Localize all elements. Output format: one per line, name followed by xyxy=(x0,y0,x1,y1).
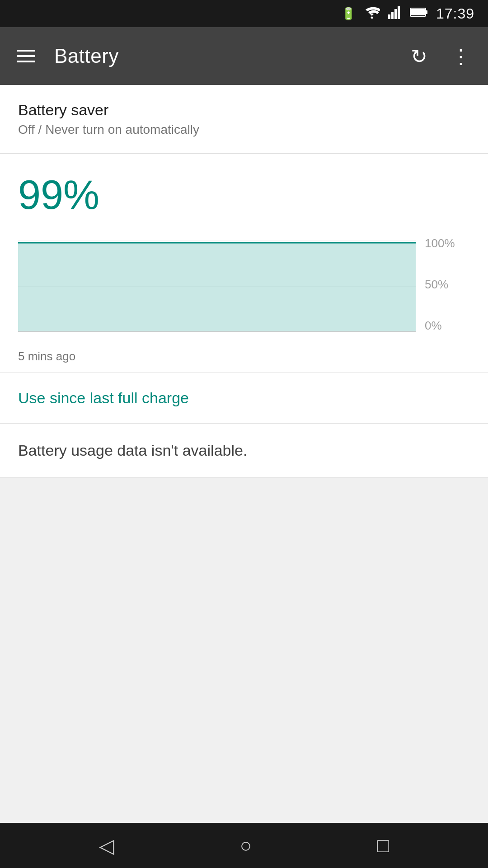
battery-level-section: 99% 5 mins ago xyxy=(0,154,488,373)
battery-chart-svg-wrapper: 5 mins ago xyxy=(18,227,416,373)
svg-rect-1 xyxy=(388,14,390,19)
wifi-icon xyxy=(364,6,380,22)
svg-rect-4 xyxy=(398,6,400,19)
chart-label-100: 100% xyxy=(425,236,470,250)
battery-saver-title: Battery saver xyxy=(18,101,470,119)
use-since-link[interactable]: Use since last full charge xyxy=(18,389,189,406)
nav-bar: ◁ ○ □ xyxy=(0,823,488,868)
back-button[interactable]: ◁ xyxy=(99,834,114,857)
battery-percentage: 99% xyxy=(18,172,470,218)
menu-button[interactable] xyxy=(13,45,40,67)
svg-rect-7 xyxy=(411,9,425,15)
battery-status-icon xyxy=(410,7,428,21)
recents-button[interactable]: □ xyxy=(377,834,389,857)
battery-usage-section: Battery usage data isn't available. xyxy=(0,424,488,478)
chart-label-50: 50% xyxy=(425,278,470,292)
svg-rect-6 xyxy=(426,10,427,14)
empty-area xyxy=(0,478,488,823)
svg-point-0 xyxy=(371,16,373,19)
page-title: Battery xyxy=(54,45,392,67)
battery-saver-item[interactable]: Battery saver Off / Never turn on automa… xyxy=(0,85,488,154)
svg-rect-3 xyxy=(394,9,397,19)
home-button[interactable]: ○ xyxy=(239,834,252,857)
toolbar: Battery ↻ ⋮ xyxy=(0,27,488,85)
chart-time-label: 5 mins ago xyxy=(18,349,416,373)
vibrate-icon: 🔋 xyxy=(341,7,356,21)
status-icons: 🔋 17:39 xyxy=(341,5,474,22)
svg-rect-2 xyxy=(391,12,394,19)
chart-y-labels: 100% 50% 0% xyxy=(416,227,470,333)
svg-marker-11 xyxy=(18,243,416,331)
signal-icon xyxy=(388,5,402,22)
battery-usage-message: Battery usage data isn't available. xyxy=(18,442,247,459)
battery-saver-subtitle: Off / Never turn on automatically xyxy=(18,123,470,137)
battery-chart-area: 5 mins ago 100% 50% 0% xyxy=(18,227,470,373)
battery-chart xyxy=(18,227,416,345)
status-bar: 🔋 17:39 xyxy=(0,0,488,27)
use-since-section[interactable]: Use since last full charge xyxy=(0,373,488,424)
refresh-button[interactable]: ↻ xyxy=(406,40,432,72)
status-time: 17:39 xyxy=(436,5,474,22)
chart-label-0: 0% xyxy=(425,319,470,333)
more-options-button[interactable]: ⋮ xyxy=(446,40,475,72)
main-content: Battery saver Off / Never turn on automa… xyxy=(0,85,488,823)
